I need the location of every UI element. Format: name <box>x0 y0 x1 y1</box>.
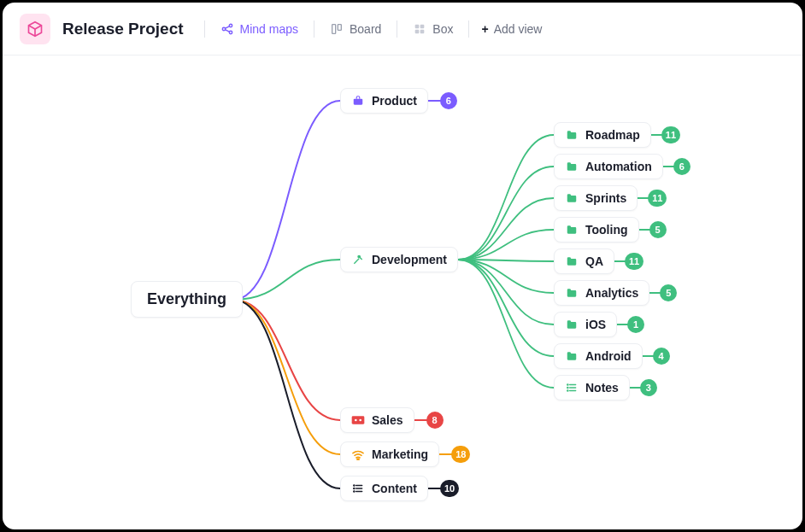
svg-point-19 <box>354 488 355 488</box>
tab-board[interactable]: Board <box>321 17 390 41</box>
project-logo <box>20 14 50 44</box>
node-label: Automation <box>585 160 652 173</box>
project-title: Release Project <box>62 20 184 38</box>
count-badge: 8 <box>426 412 444 429</box>
ticket-icon <box>351 413 365 427</box>
divider <box>397 20 397 38</box>
node-label: Analytics <box>585 286 638 300</box>
node-label: Sales <box>372 413 403 427</box>
add-view-button[interactable]: + Add view <box>476 19 547 39</box>
node-label: iOS <box>585 318 606 331</box>
plus-icon: + <box>481 22 488 36</box>
svg-rect-5 <box>415 24 420 28</box>
node-dev-child[interactable]: Notes <box>554 375 630 400</box>
header: Release Project Mind maps <box>3 3 802 56</box>
divider <box>204 20 205 38</box>
svg-rect-8 <box>420 29 425 33</box>
svg-point-13 <box>359 419 361 422</box>
folder-icon <box>565 254 579 268</box>
folder-icon <box>565 160 579 173</box>
tab-box[interactable]: Box <box>404 17 461 41</box>
node-product[interactable]: Product <box>340 88 428 114</box>
box-icon <box>413 22 426 36</box>
node-content[interactable]: Content <box>340 476 428 501</box>
count-badge: 1 <box>627 316 644 333</box>
folder-icon <box>565 191 579 205</box>
node-label: QA <box>585 254 603 268</box>
count-badge: 6 <box>673 158 690 175</box>
folder-icon <box>565 349 579 363</box>
app-window: Release Project Mind maps <box>3 3 802 529</box>
count-badge: 5 <box>660 284 677 301</box>
node-label: Roadmap <box>585 128 640 142</box>
svg-rect-11 <box>352 416 365 424</box>
folder-icon <box>565 223 579 237</box>
svg-point-10 <box>358 255 360 257</box>
node-dev-child[interactable]: iOS <box>554 312 617 337</box>
count-badge: 5 <box>649 221 667 238</box>
count-badge: 11 <box>625 253 643 270</box>
node-marketing[interactable]: Marketing <box>340 441 439 467</box>
briefcase-icon <box>351 94 365 108</box>
node-root[interactable]: Everything <box>131 281 243 318</box>
node-label: Product <box>372 94 417 108</box>
divider <box>314 20 314 38</box>
svg-rect-3 <box>332 24 336 33</box>
node-label: Tooling <box>585 223 628 237</box>
node-label: Everything <box>147 290 226 308</box>
svg-point-25 <box>567 387 568 388</box>
count-badge: 11 <box>661 126 680 143</box>
count-badge: 3 <box>640 379 657 396</box>
svg-rect-7 <box>415 29 420 33</box>
mindmap-canvas[interactable]: EverythingProductDevelopmentSalesMarketi… <box>3 56 802 529</box>
count-badge: 11 <box>648 190 667 207</box>
node-dev-child[interactable]: Tooling <box>554 217 639 243</box>
mindmap-icon <box>220 22 234 36</box>
divider <box>468 20 469 38</box>
svg-point-26 <box>567 390 568 391</box>
svg-point-12 <box>355 419 357 422</box>
svg-rect-9 <box>354 99 363 105</box>
list-icon <box>351 482 365 495</box>
node-dev-child[interactable]: Automation <box>554 154 663 179</box>
svg-rect-4 <box>338 24 341 30</box>
node-label: Android <box>585 349 632 363</box>
count-badge: 6 <box>440 92 457 109</box>
count-badge: 10 <box>440 480 459 497</box>
svg-point-18 <box>354 485 355 486</box>
node-development[interactable]: Development <box>340 247 458 272</box>
wifi-icon <box>351 447 365 461</box>
node-label: Marketing <box>372 447 428 461</box>
node-dev-child[interactable]: Sprints <box>554 185 638 211</box>
count-badge: 4 <box>653 348 670 365</box>
list-icon <box>565 381 579 395</box>
count-badge: 18 <box>451 446 470 463</box>
folder-icon <box>565 128 579 142</box>
svg-point-24 <box>567 384 568 385</box>
node-label: Notes <box>585 381 619 395</box>
svg-point-20 <box>354 491 355 492</box>
node-label: Development <box>372 253 447 266</box>
node-dev-child[interactable]: QA <box>554 248 614 274</box>
tab-label: Mind maps <box>240 22 298 36</box>
node-label: Content <box>372 482 417 495</box>
folder-icon <box>565 318 579 331</box>
view-tabs: Mind maps Board Box <box>201 17 548 41</box>
node-dev-child[interactable]: Roadmap <box>554 122 651 148</box>
add-view-label: Add view <box>494 22 543 36</box>
svg-rect-6 <box>420 24 425 28</box>
node-dev-child[interactable]: Analytics <box>554 280 649 306</box>
node-label: Sprints <box>585 191 626 205</box>
folder-icon <box>565 286 579 300</box>
node-dev-child[interactable]: Android <box>554 343 643 369</box>
tab-mindmaps[interactable]: Mind maps <box>212 17 307 41</box>
tab-label: Box <box>432 22 453 36</box>
svg-point-14 <box>357 459 359 460</box>
board-icon <box>330 22 344 36</box>
node-sales[interactable]: Sales <box>340 407 414 433</box>
build-icon <box>351 253 365 266</box>
tab-label: Board <box>350 22 381 36</box>
